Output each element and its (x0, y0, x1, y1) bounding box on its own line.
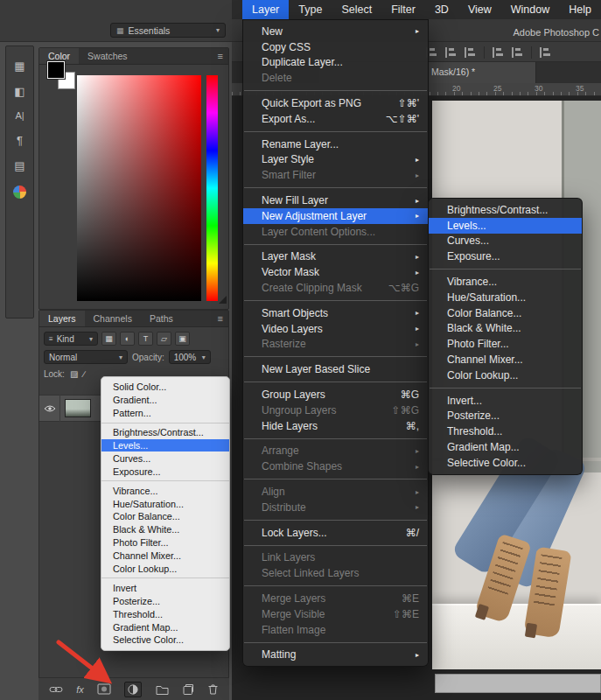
character-panel-icon[interactable]: A| (15, 111, 24, 121)
menu-item-threshold[interactable]: Threshold... (429, 424, 582, 439)
type-filter-icon[interactable]: T (138, 332, 153, 346)
menu-item-select[interactable]: Select (332, 0, 381, 19)
menu-item-curves[interactable]: Curves... (101, 452, 229, 465)
hue-slider[interactable] (206, 75, 218, 301)
workspace-switcher[interactable]: ▦ Essentials ▾ (110, 23, 226, 38)
menu-item-vibrance[interactable]: Vibrance... (429, 274, 582, 290)
grid-panel-icon[interactable]: ▦ (14, 60, 24, 72)
menu-item-view[interactable]: View (458, 0, 501, 19)
menu-item-brightness-contrast[interactable]: Brightness/Contrast... (429, 202, 582, 218)
menu-item-brightness-contrast[interactable]: Brightness/Contrast... (101, 426, 229, 439)
layer-filter-kind-dropdown[interactable]: ≡ Kind ▾ (44, 332, 98, 346)
menu-item-filter[interactable]: Filter (381, 0, 425, 19)
menu-item-vibrance[interactable]: Vibrance... (101, 484, 229, 497)
menu-item-new-adjustment-layer[interactable]: New Adjustment Layer▸ (243, 208, 428, 224)
paragraph-panel-icon[interactable]: ¶ (17, 135, 23, 146)
menu-item-quick-export-as-png[interactable]: Quick Export as PNG⇧⌘' (243, 95, 428, 111)
menu-item-new-fill-layer[interactable]: New Fill Layer▸ (243, 192, 428, 208)
tab-paths[interactable]: Paths (141, 311, 182, 326)
align-center-icon[interactable] (445, 47, 457, 58)
menu-item-layer-mask[interactable]: Layer Mask▸ (243, 249, 428, 265)
distribute-middle-icon[interactable] (512, 47, 523, 58)
smart-object-filter-icon[interactable]: ▣ (175, 332, 190, 346)
libraries-panel-icon[interactable]: ▤ (14, 160, 24, 172)
menu-item-hue-saturation[interactable]: Hue/Saturation... (429, 290, 582, 305)
tab-layers[interactable]: Layers (39, 311, 85, 326)
menu-item-smart-objects[interactable]: Smart Objects▸ (243, 305, 428, 321)
menu-item-matting[interactable]: Matting▸ (243, 648, 428, 663)
adjustment-filter-icon[interactable]: ◐ (120, 332, 135, 346)
menu-item-rename-layer[interactable]: Rename Layer... (243, 136, 428, 152)
align-right-icon[interactable] (465, 47, 476, 58)
menu-item-invert[interactable]: Invert (101, 581, 229, 594)
panel-menu-icon[interactable]: ≡ (213, 311, 228, 326)
menu-item-solid-color[interactable]: Solid Color... (101, 381, 229, 394)
menu-item-photo-filter[interactable]: Photo Filter... (101, 536, 229, 550)
menu-item-new[interactable]: New▸ (243, 24, 428, 39)
menu-item-export-as[interactable]: Export As...⌥⇧⌘' (243, 111, 428, 127)
menu-item-invert[interactable]: Invert... (429, 393, 582, 409)
panel-menu-icon[interactable]: ≡ (213, 48, 228, 64)
layers-panel-tabs: Layers Channels Paths ≡ (39, 311, 228, 327)
lock-paint-icon[interactable]: ∕ (83, 369, 85, 379)
layer-thumbnail[interactable] (65, 399, 91, 417)
blend-mode-dropdown[interactable]: Normal ▾ (44, 350, 128, 364)
menu-item-type[interactable]: Type (289, 0, 332, 19)
menu-item-3d[interactable]: 3D (425, 0, 458, 19)
arrange-icon[interactable] (540, 47, 551, 58)
menu-item-copy-css[interactable]: Copy CSS (243, 39, 428, 55)
distribute-top-icon[interactable] (493, 47, 504, 58)
menu-item-layer[interactable]: Layer (242, 0, 289, 19)
new-group-icon[interactable] (156, 684, 169, 695)
menu-item-hue-saturation[interactable]: Hue/Saturation... (101, 497, 229, 510)
foreground-color-swatch[interactable] (47, 61, 65, 79)
menu-item-color-lookup[interactable]: Color Lookup... (429, 368, 582, 383)
opacity-dropdown[interactable]: 100% ▾ (169, 350, 211, 364)
tab-channels[interactable]: Channels (85, 311, 141, 326)
menu-item-layer-style[interactable]: Layer Style▸ (243, 152, 428, 168)
menu-item-vector-mask[interactable]: Vector Mask▸ (243, 264, 428, 280)
delete-layer-icon[interactable] (207, 683, 219, 695)
menu-item-black-white[interactable]: Black & White... (429, 321, 582, 337)
panel-resize-handle[interactable] (219, 296, 227, 304)
menu-item-duplicate-layer[interactable]: Duplicate Layer... (243, 55, 428, 71)
menu-item-selective-color[interactable]: Selective Color... (429, 455, 582, 471)
menu-item-gradient[interactable]: Gradient... (101, 394, 229, 407)
menu-item-exposure[interactable]: Exposure... (101, 465, 229, 478)
menu-item-posterize[interactable]: Posterize... (429, 409, 582, 424)
shapes-panel-icon[interactable]: ◧ (14, 86, 24, 97)
shape-filter-icon[interactable]: ▱ (157, 332, 171, 346)
menu-item-video-layers[interactable]: Video Layers▸ (243, 321, 428, 337)
menu-item-levels[interactable]: Levels... (429, 218, 582, 234)
layer-visibility-toggle[interactable] (39, 395, 60, 422)
menu-item-gradient-map[interactable]: Gradient Map... (429, 439, 582, 455)
menu-item-black-white[interactable]: Black & White... (101, 523, 229, 536)
menu-item-channel-mixer[interactable]: Channel Mixer... (101, 550, 229, 563)
saturation-brightness-field[interactable] (77, 75, 201, 301)
menu-item-curves[interactable]: Curves... (429, 234, 582, 249)
lock-transparency-icon[interactable]: ▨ (70, 369, 78, 379)
menu-item-levels[interactable]: Levels... (101, 439, 229, 452)
horizontal-scrollbar[interactable] (435, 674, 601, 693)
stock-panel-icon[interactable] (13, 186, 26, 199)
menu-item-help[interactable]: Help (559, 0, 601, 19)
menu-item-hide-layers[interactable]: Hide Layers⌘, (243, 418, 428, 434)
menu-item-window[interactable]: Window (501, 0, 559, 19)
menu-item-channel-mixer[interactable]: Channel Mixer... (429, 352, 582, 368)
menu-item-label: Levels... (113, 440, 222, 451)
menu-item-threshold[interactable]: Threshold... (101, 607, 229, 620)
menu-item-exposure[interactable]: Exposure... (429, 248, 582, 264)
menu-item-posterize[interactable]: Posterize... (101, 594, 229, 607)
new-layer-icon[interactable] (182, 683, 194, 696)
menu-item-photo-filter[interactable]: Photo Filter... (429, 336, 582, 352)
menu-item-pattern[interactable]: Pattern... (101, 407, 229, 420)
menu-item-color-balance[interactable]: Color Balance... (101, 510, 229, 523)
menu-item-gradient-map[interactable]: Gradient Map... (101, 620, 229, 634)
menu-item-color-balance[interactable]: Color Balance... (429, 305, 582, 321)
menu-item-lock-layers[interactable]: Lock Layers...⌘/ (243, 525, 428, 541)
tab-swatches[interactable]: Swatches (79, 48, 136, 64)
menu-item-color-lookup[interactable]: Color Lookup... (101, 563, 229, 576)
menu-item-group-layers[interactable]: Group Layers⌘G (243, 387, 428, 402)
menu-item-new-layer-based-slice[interactable]: New Layer Based Slice (243, 361, 428, 377)
pixel-filter-icon[interactable]: ▦ (101, 332, 116, 346)
